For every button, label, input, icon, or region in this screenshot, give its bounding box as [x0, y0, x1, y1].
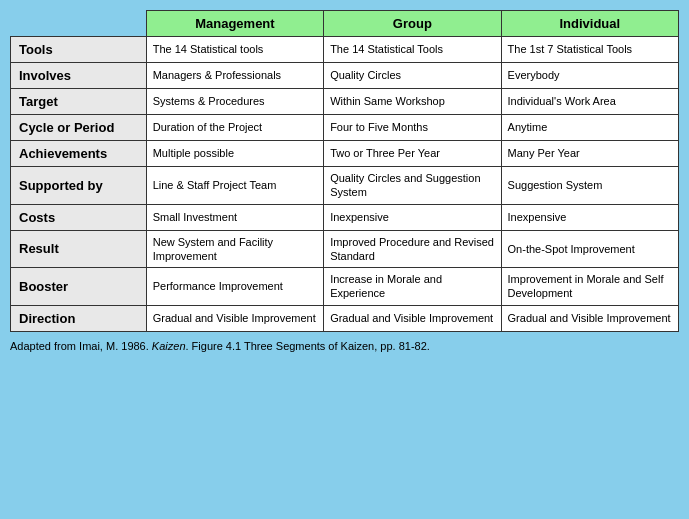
- table-row: Cycle or PeriodDuration of the ProjectFo…: [11, 115, 679, 141]
- table-row: TargetSystems & ProceduresWithin Same Wo…: [11, 89, 679, 115]
- cell-0-0: The 14 Statistical tools: [146, 37, 323, 63]
- cell-7-0: New System and Facility Improvement: [146, 230, 323, 268]
- cell-8-0: Performance Improvement: [146, 268, 323, 306]
- row-label-booster: Booster: [11, 268, 147, 306]
- header-individual: Individual: [501, 11, 678, 37]
- cell-9-2: Gradual and Visible Improvement: [501, 305, 678, 331]
- table-row: ToolsThe 14 Statistical toolsThe 14 Stat…: [11, 37, 679, 63]
- cell-0-1: The 14 Statistical Tools: [324, 37, 501, 63]
- row-label-supported-by: Supported by: [11, 167, 147, 205]
- cell-4-0: Multiple possible: [146, 141, 323, 167]
- table-row: ResultNew System and Facility Improvemen…: [11, 230, 679, 268]
- cell-5-2: Suggestion System: [501, 167, 678, 205]
- table-row: InvolvesManagers & ProfessionalsQuality …: [11, 63, 679, 89]
- cell-2-0: Systems & Procedures: [146, 89, 323, 115]
- cell-3-2: Anytime: [501, 115, 678, 141]
- table-row: CostsSmall InvestmentInexpensiveInexpens…: [11, 204, 679, 230]
- table-row: Supported byLine & Staff Project TeamQua…: [11, 167, 679, 205]
- cell-4-2: Many Per Year: [501, 141, 678, 167]
- header-management: Management: [146, 11, 323, 37]
- table-row: DirectionGradual and Visible Improvement…: [11, 305, 679, 331]
- table-row: AchievementsMultiple possibleTwo or Thre…: [11, 141, 679, 167]
- cell-6-2: Inexpensive: [501, 204, 678, 230]
- cell-0-2: The 1st 7 Statistical Tools: [501, 37, 678, 63]
- cell-9-1: Gradual and Visible Improvement: [324, 305, 501, 331]
- cell-7-2: On-the-Spot Improvement: [501, 230, 678, 268]
- cell-8-1: Increase in Morale and Experience: [324, 268, 501, 306]
- cell-9-0: Gradual and Visible Improvement: [146, 305, 323, 331]
- cell-6-1: Inexpensive: [324, 204, 501, 230]
- row-label-involves: Involves: [11, 63, 147, 89]
- cell-3-0: Duration of the Project: [146, 115, 323, 141]
- row-label-tools: Tools: [11, 37, 147, 63]
- row-label-costs: Costs: [11, 204, 147, 230]
- row-label-achievements: Achievements: [11, 141, 147, 167]
- row-label-target: Target: [11, 89, 147, 115]
- cell-7-1: Improved Procedure and Revised Standard: [324, 230, 501, 268]
- footer-citation: Adapted from Imai, M. 1986. Kaizen. Figu…: [10, 340, 679, 352]
- kaizen-table: Management Group Individual ToolsThe 14 …: [10, 10, 679, 332]
- cell-2-2: Individual's Work Area: [501, 89, 678, 115]
- cell-1-1: Quality Circles: [324, 63, 501, 89]
- table-row: BoosterPerformance ImprovementIncrease i…: [11, 268, 679, 306]
- cell-1-0: Managers & Professionals: [146, 63, 323, 89]
- cell-8-2: Improvement in Morale and Self Developme…: [501, 268, 678, 306]
- empty-header: [11, 11, 147, 37]
- cell-5-1: Quality Circles and Suggestion System: [324, 167, 501, 205]
- row-label-direction: Direction: [11, 305, 147, 331]
- cell-4-1: Two or Three Per Year: [324, 141, 501, 167]
- header-group: Group: [324, 11, 501, 37]
- cell-5-0: Line & Staff Project Team: [146, 167, 323, 205]
- cell-2-1: Within Same Workshop: [324, 89, 501, 115]
- cell-3-1: Four to Five Months: [324, 115, 501, 141]
- row-label-cycle-or-period: Cycle or Period: [11, 115, 147, 141]
- cell-1-2: Everybody: [501, 63, 678, 89]
- row-label-result: Result: [11, 230, 147, 268]
- cell-6-0: Small Investment: [146, 204, 323, 230]
